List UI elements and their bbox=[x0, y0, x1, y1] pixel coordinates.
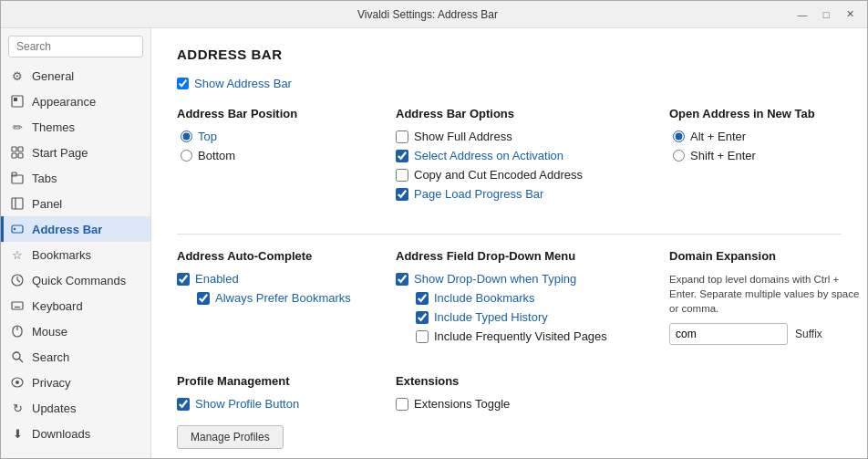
sidebar-item-appearance[interactable]: Appearance bbox=[1, 89, 150, 114]
show-full-address-label[interactable]: Show Full Address bbox=[414, 130, 512, 143]
alt-enter-radio[interactable] bbox=[673, 130, 685, 142]
extensions-title: Extensions bbox=[396, 374, 651, 388]
manage-profiles-button[interactable]: Manage Profiles bbox=[177, 425, 284, 449]
select-address-label[interactable]: Select Address on Activation bbox=[414, 149, 563, 162]
show-dropdown-label[interactable]: Show Drop-Down when Typing bbox=[414, 272, 576, 286]
show-full-address-checkbox[interactable] bbox=[396, 130, 408, 143]
suffix-row: Suffix bbox=[669, 323, 867, 345]
show-dropdown-checkbox[interactable] bbox=[396, 273, 408, 286]
downloads-icon: ⬇ bbox=[10, 426, 25, 441]
include-bookmarks-item: Include Bookmarks bbox=[416, 291, 651, 305]
content-area: ADDRESS BAR Show Address Bar Address Bar… bbox=[151, 28, 867, 458]
position-bottom-radio[interactable] bbox=[181, 150, 192, 162]
open-address-title: Open Address in New Tab bbox=[669, 107, 867, 120]
select-address-item: Select Address on Activation bbox=[396, 149, 651, 162]
sidebar-item-search[interactable]: Search bbox=[1, 344, 150, 370]
themes-icon: ✏ bbox=[10, 120, 25, 134]
shift-enter-radio[interactable] bbox=[673, 150, 685, 162]
position-bottom-label: Bottom bbox=[198, 149, 235, 162]
sidebar-item-label: Downloads bbox=[32, 427, 90, 441]
keyboard-icon bbox=[10, 298, 25, 313]
page-load-checkbox[interactable] bbox=[396, 188, 408, 201]
include-visited-checkbox[interactable] bbox=[416, 330, 429, 343]
prefer-bookmarks-label[interactable]: Always Prefer Bookmarks bbox=[215, 291, 351, 305]
enabled-checkbox[interactable] bbox=[177, 273, 190, 286]
prefer-bookmarks-checkbox[interactable] bbox=[197, 292, 210, 305]
sidebar-item-mouse[interactable]: Mouse bbox=[1, 318, 150, 344]
position-title: Address Bar Position bbox=[177, 107, 377, 120]
mouse-icon bbox=[10, 324, 25, 339]
alt-enter-label: Alt + Enter bbox=[690, 130, 746, 143]
bookmarks-icon: ☆ bbox=[10, 247, 25, 262]
page-title: ADDRESS BAR bbox=[177, 47, 842, 62]
include-typed-item: Include Typed History bbox=[416, 310, 651, 324]
sidebar-item-label: Search bbox=[32, 350, 69, 364]
sidebar-item-label: Tabs bbox=[32, 172, 57, 185]
sidebar-item-label: Appearance bbox=[32, 95, 96, 109]
position-top-option[interactable]: Top bbox=[181, 130, 377, 143]
sidebar-search-box[interactable] bbox=[8, 36, 143, 57]
page-load-label[interactable]: Page Load Progress Bar bbox=[414, 187, 543, 201]
position-top-radio[interactable] bbox=[181, 130, 192, 142]
svg-point-11 bbox=[14, 228, 16, 230]
sidebar-item-panel[interactable]: Panel bbox=[1, 191, 150, 216]
extensions-toggle-label[interactable]: Extensions Toggle bbox=[414, 397, 510, 411]
enabled-item: Enabled bbox=[177, 272, 377, 286]
show-dropdown-item: Show Drop-Down when Typing bbox=[396, 272, 651, 286]
show-profile-button-checkbox[interactable] bbox=[177, 398, 190, 411]
show-address-bar-label[interactable]: Show Address Bar bbox=[194, 77, 292, 90]
sidebar-item-themes[interactable]: ✏ Themes bbox=[1, 114, 150, 140]
shift-enter-option[interactable]: Shift + Enter bbox=[673, 149, 867, 162]
sidebar-item-updates[interactable]: ↻ Updates bbox=[1, 395, 150, 421]
sidebar-item-label: Mouse bbox=[32, 325, 67, 339]
include-bookmarks-label[interactable]: Include Bookmarks bbox=[434, 291, 535, 305]
divider bbox=[177, 234, 842, 235]
position-radio-group: Top Bottom bbox=[177, 130, 377, 162]
enabled-label[interactable]: Enabled bbox=[195, 272, 239, 286]
sidebar-item-tabs[interactable]: Tabs bbox=[1, 165, 150, 191]
autocomplete-title: Address Auto-Complete bbox=[177, 249, 377, 263]
alt-enter-option[interactable]: Alt + Enter bbox=[673, 130, 867, 143]
sidebar-item-start-page[interactable]: Start Page bbox=[1, 140, 150, 165]
sidebar-item-privacy[interactable]: Privacy bbox=[1, 370, 150, 395]
include-bookmarks-checkbox[interactable] bbox=[416, 292, 429, 305]
sidebar-item-keyboard[interactable]: Keyboard bbox=[1, 293, 150, 318]
show-address-bar-checkbox[interactable] bbox=[177, 78, 189, 89]
sidebar-item-general[interactable]: ⚙ General bbox=[1, 63, 150, 89]
extensions-toggle-checkbox[interactable] bbox=[396, 398, 408, 411]
extensions-toggle-item: Extensions Toggle bbox=[396, 397, 651, 411]
shift-enter-label: Shift + Enter bbox=[690, 149, 756, 162]
include-typed-checkbox[interactable] bbox=[416, 311, 429, 324]
include-typed-label[interactable]: Include Typed History bbox=[434, 310, 548, 324]
extensions-section: Extensions Extensions Toggle bbox=[396, 374, 651, 449]
copy-cut-label[interactable]: Copy and Cut Encoded Address bbox=[414, 168, 583, 182]
profile-management-title: Profile Management bbox=[177, 374, 377, 388]
svg-rect-1 bbox=[14, 98, 17, 101]
sidebar-item-label: Panel bbox=[32, 197, 62, 211]
appearance-icon bbox=[10, 94, 25, 109]
sidebar-item-downloads[interactable]: ⬇ Downloads bbox=[1, 421, 150, 446]
close-button[interactable]: ✕ bbox=[840, 6, 860, 23]
sidebar-search-input[interactable] bbox=[8, 36, 143, 57]
show-profile-button-label[interactable]: Show Profile Button bbox=[195, 397, 299, 411]
tabs-icon bbox=[10, 171, 25, 185]
minimize-button[interactable]: — bbox=[792, 6, 812, 23]
panel-icon bbox=[10, 196, 25, 211]
copy-cut-checkbox[interactable] bbox=[396, 169, 408, 182]
start-page-icon bbox=[10, 145, 25, 160]
svg-rect-15 bbox=[12, 302, 23, 309]
suffix-input[interactable] bbox=[669, 323, 788, 345]
open-address-section: Open Address in New Tab Alt + Enter Shif… bbox=[669, 107, 867, 206]
sidebar-item-label: Bookmarks bbox=[32, 248, 91, 262]
maximize-button[interactable]: □ bbox=[816, 6, 836, 23]
main-layout: ⚙ General Appearance ✏ Themes Start Page bbox=[1, 28, 867, 458]
sidebar-item-bookmarks[interactable]: ☆ Bookmarks bbox=[1, 242, 150, 267]
select-address-checkbox[interactable] bbox=[396, 150, 408, 162]
address-bar-position-section: Address Bar Position Top Bottom bbox=[177, 107, 377, 206]
sidebar-item-label: Start Page bbox=[32, 146, 88, 160]
dropdown-section: Address Field Drop-Down Menu Show Drop-D… bbox=[396, 249, 651, 349]
position-bottom-option[interactable]: Bottom bbox=[181, 149, 377, 162]
sidebar-item-address-bar[interactable]: Address Bar bbox=[1, 216, 150, 242]
sidebar-item-quick-commands[interactable]: Quick Commands bbox=[1, 267, 150, 293]
include-visited-label[interactable]: Include Frequently Visited Pages bbox=[434, 329, 607, 343]
